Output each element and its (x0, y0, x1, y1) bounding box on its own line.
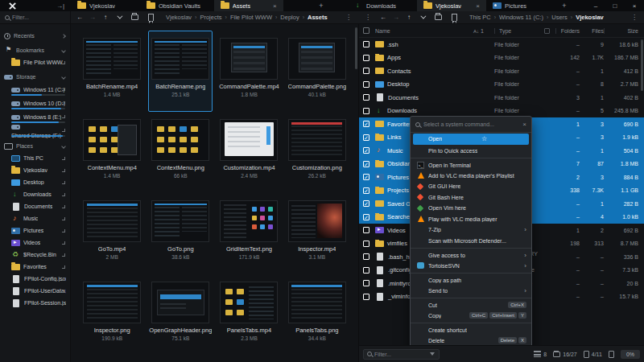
menu-item[interactable]: Copy Ctrl+C Ctrl+Insert Y › (411, 311, 531, 322)
minimize-button[interactable]: – (586, 0, 605, 11)
menu-item[interactable]: Create shortcut › (411, 323, 531, 335)
sidebar-item[interactable]: Bookmarks (0, 44, 70, 56)
sidebar-item[interactable]: Documents (0, 200, 70, 212)
table-row[interactable]: Desktop File folder – 8 2.7 MB (359, 78, 644, 92)
thumbnail-item[interactable]: Customization.png 26.2 kB (286, 112, 349, 193)
pane-menu-icon[interactable]: ⋮ (628, 14, 641, 21)
sidebar-item[interactable]: Storage (0, 71, 70, 83)
back-button[interactable]: ← (378, 13, 389, 23)
row-checkbox[interactable]: ✓ (363, 161, 369, 167)
table-row[interactable]: .ssh File folder – 9 18.6 kB (359, 38, 644, 51)
select-all-checkbox[interactable] (363, 27, 369, 34)
thumbnail-item[interactable]: ContextMenu.png 66 kB (148, 112, 213, 193)
pane-menu-icon[interactable]: ⋮ (342, 14, 355, 21)
thumbnail-item[interactable]: GoTo.png 38.6 kB (148, 193, 213, 274)
thumbnail-item[interactable]: CommandPalette.mp4 1.8 MB (217, 31, 280, 112)
tab[interactable]: Vjekoslav × (71, 0, 140, 11)
scrollbar-thumb[interactable] (355, 27, 357, 69)
tab[interactable]: Pictures × (486, 0, 555, 11)
sidebar-item[interactable]: This PC (0, 152, 70, 164)
menu-item[interactable]: Copy as path › (411, 273, 531, 286)
thumbnail-item[interactable]: GridItemText.png 171.9 kB (217, 193, 280, 274)
breadcrumb-segment[interactable]: Deploy (280, 14, 299, 21)
row-checkbox[interactable]: ✓ (363, 174, 369, 180)
sidebar-item[interactable]: Shared Storage (F:) (0, 124, 70, 138)
sidebar-item[interactable]: FPilot-UserData.json (0, 285, 70, 297)
thumbnail-item[interactable]: ContextMenu.mp4 1.4 MB (80, 112, 143, 193)
bookmark-button[interactable] (448, 13, 460, 23)
sidebar-item[interactable]: Music (0, 212, 70, 224)
sidebar-item[interactable]: Pictures (0, 224, 70, 237)
row-checkbox[interactable]: ✓ (363, 147, 369, 154)
table-row[interactable]: Apps File folder 142 1.7K 186.7 MB (359, 51, 644, 65)
menu-item[interactable]: Cut Ctrl+X › (411, 298, 531, 311)
menu-item[interactable]: Add to VLC media player's Playlist › (411, 171, 531, 182)
new-tab-button-right[interactable]: + (555, 0, 573, 11)
menu-item[interactable]: TortoiseSVN › (411, 261, 531, 272)
bookmark-button[interactable] (145, 13, 156, 23)
thumbnail-item[interactable]: Inspector.mp4 3.1 MB (286, 193, 349, 274)
thumbnail-item[interactable]: CommandPalette.png 40.1 kB (286, 31, 349, 112)
row-checkbox[interactable] (363, 267, 369, 274)
thumbnail-item[interactable]: BatchRename.png 25.1 kB (148, 31, 213, 112)
sidebar-item[interactable]: Desktop (0, 176, 70, 188)
thumbnail-item[interactable]: PanelsTabs.mp4 2.3 MB (217, 274, 280, 356)
breadcrumb-segment[interactable]: Windows 11 (C:) (499, 14, 543, 21)
menu-item[interactable]: 7-Zip › (411, 224, 531, 236)
row-checkbox[interactable] (363, 108, 369, 114)
sidebar-item[interactable]: Favorites (0, 261, 70, 273)
row-checkbox[interactable]: ✓ (363, 200, 369, 207)
sidebar-item[interactable]: Places (0, 140, 70, 152)
thumbnail-item[interactable]: GoTo.mp4 2 MB (80, 193, 143, 274)
sidebar-item[interactable]: Videos (0, 237, 70, 249)
pane-menu-icon[interactable]: ⋮ (361, 14, 374, 21)
row-checkbox[interactable] (363, 253, 369, 260)
sidebar-item[interactable]: $Recycle.Bin (0, 249, 70, 261)
breadcrumb-segment[interactable]: Assets (308, 14, 328, 21)
sidebar-item[interactable]: Windows 10 (D:) (0, 97, 70, 110)
sidebar-item[interactable]: Recents (0, 30, 70, 42)
scrollbar-thumb[interactable] (641, 39, 643, 91)
sidebar-filter-input[interactable] (12, 14, 65, 20)
menu-item[interactable]: Git GUI Here › (411, 181, 531, 192)
sidebar-item[interactable]: Vjekoslav (0, 164, 70, 176)
favorite-star-icon[interactable]: ☆ (481, 135, 487, 142)
thumbnail-item[interactable]: Customization.mp4 2.4 MB (217, 112, 280, 193)
row-checkbox[interactable] (363, 55, 369, 61)
row-checkbox[interactable] (363, 280, 369, 286)
row-checkbox[interactable]: ✓ (363, 121, 369, 127)
row-checkbox[interactable] (363, 94, 369, 101)
row-checkbox[interactable] (363, 68, 369, 74)
menu-item[interactable]: Delete Delete X › (411, 335, 531, 346)
tab-close-icon[interactable]: × (273, 2, 277, 10)
thumbnail-item[interactable]: OpenGraphHeader.png 75.1 kB (148, 274, 213, 356)
menu-item[interactable]: Pin to Quick access › (411, 146, 531, 157)
sidebar-item[interactable]: FPilot-Session.json (0, 297, 70, 309)
collapse-sidebar-icon[interactable]: →| (24, 0, 71, 11)
menu-item[interactable]: Open ☆ › (413, 134, 529, 145)
menu-item[interactable]: Git Bash Here › (411, 192, 531, 204)
tab[interactable]: Vjekoslav × (417, 0, 486, 11)
row-checkbox[interactable]: ✓ (363, 134, 369, 141)
menu-item[interactable]: Open Vim here › (411, 203, 531, 214)
close-button[interactable]: × (625, 0, 644, 11)
breadcrumb-segment[interactable]: This PC (469, 14, 491, 21)
column-header-size[interactable]: Size (604, 28, 644, 34)
breadcrumb-segment[interactable]: Vjekoslav (576, 14, 604, 21)
sidebar-item[interactable]: Downloads (0, 188, 70, 200)
menu-item[interactable]: Send to › (411, 286, 531, 297)
history-dropdown-icon[interactable] (416, 13, 427, 23)
back-button[interactable]: ← (74, 13, 85, 23)
up-button[interactable]: ↑ (403, 13, 415, 23)
forward-button[interactable]: → (390, 13, 402, 23)
thumbnail-item[interactable]: PanelsTabs.png 34.4 kB (286, 274, 349, 356)
new-folder-button[interactable] (432, 13, 444, 23)
sidebar-item[interactable]: Windows 8 (E:) (0, 110, 70, 124)
tab[interactable]: Assets × (214, 0, 283, 11)
menu-item[interactable]: Give access to › (411, 248, 531, 261)
row-checkbox[interactable] (363, 81, 369, 88)
table-row[interactable]: Documents File folder 3 1 402 B (359, 91, 644, 105)
column-header-files[interactable]: Files (580, 28, 604, 34)
breadcrumb-segment[interactable]: File Pilot WWW (230, 14, 272, 21)
row-checkbox[interactable] (363, 294, 369, 300)
